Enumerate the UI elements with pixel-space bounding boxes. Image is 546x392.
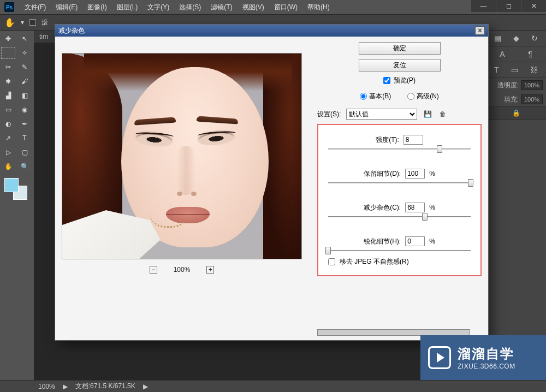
scroll-checkbox[interactable] xyxy=(29,19,36,26)
opacity-label: 透明度: xyxy=(497,81,519,90)
watermark-url: ZIXUE.3D66.COM xyxy=(458,363,515,370)
zoom-tool[interactable]: 🔍 xyxy=(17,161,32,173)
reset-button[interactable]: 复位 xyxy=(359,59,441,72)
play-icon xyxy=(428,346,451,369)
right-panels: ▤ ◆ ↻ A ¶ T ▭ ⛓ 透明度: 100% 填充: 100% 🔒 xyxy=(486,31,546,380)
preview-checkbox[interactable] xyxy=(383,77,390,84)
sharpen-input[interactable] xyxy=(405,236,425,246)
path-tool[interactable]: ↗ xyxy=(1,132,15,144)
delete-preset-icon[interactable]: 🗑 xyxy=(438,109,448,119)
maximize-button[interactable]: ◻ xyxy=(496,0,521,12)
window-controls: — ◻ ✕ xyxy=(471,0,546,12)
arrow-tool[interactable]: ↖ xyxy=(17,33,32,45)
wand-tool[interactable]: ✧ xyxy=(17,47,32,59)
crop-tool[interactable]: ✂ xyxy=(1,61,15,73)
brush-tool[interactable]: 🖌 xyxy=(17,75,32,87)
menu-select[interactable]: 选择(S) xyxy=(174,3,206,12)
detail-input[interactable] xyxy=(405,169,425,179)
gradient-tool[interactable]: ▭ xyxy=(1,104,15,116)
hand-tool[interactable]: ✋ xyxy=(1,161,15,173)
marquee-tool[interactable] xyxy=(1,47,15,59)
fg-swatch[interactable] xyxy=(4,178,19,192)
menu-bar: Ps 文件(F) 编辑(E) 图像(I) 图层(L) 文字(Y) 选择(S) 滤… xyxy=(0,0,546,14)
healing-tool[interactable]: ✱ xyxy=(1,75,15,87)
settings-label: 设置(S): xyxy=(317,110,341,119)
zoom-value: 100% xyxy=(174,266,191,274)
scroll-label: 滚 xyxy=(41,18,48,27)
remove-jpeg-checkbox[interactable] xyxy=(328,258,335,265)
strength-slider[interactable] xyxy=(328,147,471,151)
mode-basic[interactable]: 基本(B) xyxy=(360,92,391,101)
status-triangle[interactable]: ▶ xyxy=(63,383,68,390)
dialog-titlebar[interactable]: 减少杂色 × xyxy=(55,25,488,37)
mode-advanced[interactable]: 高级(N) xyxy=(407,92,439,101)
shape-tool[interactable]: ▢ xyxy=(17,146,32,158)
menu-image[interactable]: 图像(I) xyxy=(82,3,111,12)
sharpen-slider[interactable] xyxy=(328,248,471,253)
preview-label: 预览(P) xyxy=(394,76,416,85)
strength-input[interactable] xyxy=(403,135,423,145)
reduce-noise-dialog: 减少杂色 × − 100% + 确定 复位 xyxy=(55,24,489,341)
type-tool[interactable]: T xyxy=(17,132,32,144)
minimize-button[interactable]: — xyxy=(471,0,496,12)
menu-edit[interactable]: 编辑(E) xyxy=(51,3,82,12)
menu-help[interactable]: 帮助(H) xyxy=(302,3,335,12)
eraser-tool[interactable]: ◧ xyxy=(17,90,32,102)
move-tool[interactable]: ✥ xyxy=(1,33,15,45)
color-slider[interactable] xyxy=(328,215,471,219)
color-icon[interactable]: ◆ xyxy=(513,34,519,43)
doc-tab[interactable]: tim xyxy=(39,33,48,40)
preview-image[interactable] xyxy=(62,53,302,259)
status-bar: 100% ▶ 文档:671.5 K/671.5K ▶ xyxy=(0,380,546,392)
strength-label: 强度(T): xyxy=(376,135,399,145)
parameters-group: 强度(T): 保留细节(D): % 减少杂色(C): xyxy=(317,124,482,276)
menu-window[interactable]: 窗口(W) xyxy=(269,3,302,12)
ok-button[interactable]: 确定 xyxy=(359,42,441,55)
pen-tool[interactable]: ✒ xyxy=(17,118,32,130)
blur-tool[interactable]: ◉ xyxy=(17,104,32,116)
color-input[interactable] xyxy=(405,203,425,212)
color-label: 减少杂色(C): xyxy=(364,203,401,212)
menu-file[interactable]: 文件(F) xyxy=(20,3,51,12)
align-icon[interactable]: ▭ xyxy=(511,66,518,74)
type-panel-icon[interactable]: T xyxy=(494,66,499,74)
remove-jpeg-label: 移去 JPEG 不自然感(R) xyxy=(340,257,409,266)
layer-lock-bar[interactable]: 🔒 xyxy=(486,106,546,120)
swatches-icon[interactable]: ▤ xyxy=(494,34,501,43)
zoom-out[interactable]: − xyxy=(150,266,157,274)
status-triangle2[interactable]: ▶ xyxy=(143,383,148,390)
status-zoom[interactable]: 100% xyxy=(38,383,55,390)
menu-filter[interactable]: 滤镜(T) xyxy=(206,3,237,12)
watermark: 溜溜自学 ZIXUE.3D66.COM xyxy=(420,335,546,380)
watermark-brand: 溜溜自学 xyxy=(458,345,515,363)
menu-type[interactable]: 文字(Y) xyxy=(143,3,174,12)
opacity-value[interactable]: 100% xyxy=(521,80,543,90)
link-icon[interactable]: ⛓ xyxy=(530,66,538,74)
sharpen-label: 锐化细节(H): xyxy=(364,237,401,246)
fill-label: 填充: xyxy=(504,95,519,104)
dialog-title: 减少杂色 xyxy=(58,26,85,35)
zoom-in[interactable]: + xyxy=(206,266,214,274)
detail-label: 保留细节(D): xyxy=(364,169,401,179)
close-button[interactable]: ✕ xyxy=(521,0,546,12)
pointer-tool[interactable]: ▷ xyxy=(1,146,15,158)
foreground-background[interactable] xyxy=(4,178,32,200)
char-icon[interactable]: A xyxy=(500,50,505,58)
eyedropper-tool[interactable]: ✎ xyxy=(17,61,32,73)
history-icon[interactable]: ↻ xyxy=(531,34,538,43)
status-docinfo: 文档:671.5 K/671.5K xyxy=(75,382,135,391)
dodge-tool[interactable]: ◐ xyxy=(1,118,15,130)
dialog-close[interactable]: × xyxy=(475,26,485,35)
save-preset-icon[interactable]: 💾 xyxy=(423,109,432,119)
detail-slider[interactable] xyxy=(328,181,471,185)
para-icon[interactable]: ¶ xyxy=(528,50,532,58)
settings-select[interactable]: 默认值 xyxy=(346,109,417,120)
fill-value[interactable]: 100% xyxy=(521,94,543,104)
hand-icon: ✋ xyxy=(4,17,15,28)
ps-logo: Ps xyxy=(4,2,14,12)
tools-panel: ✥ ↖ ✧ ✂ ✎ ✱ 🖌 ▟ ◧ ▭ ◉ ◐ ✒ ↗ T ▷ ▢ ✋ 🔍 xyxy=(0,31,34,202)
stamp-tool[interactable]: ▟ xyxy=(1,90,15,102)
menu-view[interactable]: 视图(V) xyxy=(238,3,269,12)
menu-layer[interactable]: 图层(L) xyxy=(112,3,143,12)
